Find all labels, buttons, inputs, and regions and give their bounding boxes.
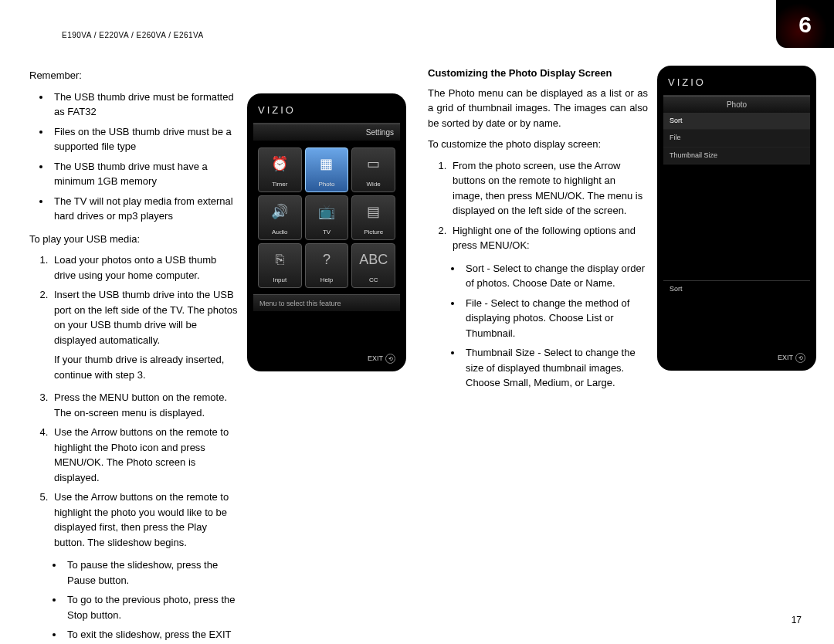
tile-label: Picture xyxy=(364,228,383,237)
remember-item: Files on the USB thumb drive must be a s… xyxy=(51,124,238,154)
tile-label: Audio xyxy=(272,228,287,237)
chapter-tab: 6 xyxy=(776,0,834,48)
tile-input: ⎘Input xyxy=(258,243,302,288)
device-title: Photo xyxy=(663,96,810,113)
remember-item: The TV will not play media from external… xyxy=(51,194,238,224)
photo-menu-list: Sort File Thumbnail Size xyxy=(663,113,810,165)
tv-icon: 📺 xyxy=(318,196,335,228)
remember-list: The USB thumb drive must be formatted as… xyxy=(29,90,238,224)
tip: To pause the slideshow, press the Pause … xyxy=(64,558,238,588)
device-brand: VIZIO xyxy=(253,101,400,124)
tile-tv: 📺TV xyxy=(305,195,349,240)
tile-label: Timer xyxy=(272,180,287,189)
menu-row-file: File xyxy=(663,130,810,147)
option: File - Select to change the method of di… xyxy=(463,296,648,341)
tile-cc: ABCCC xyxy=(351,243,395,288)
exit-label: EXIT⟲ xyxy=(368,354,395,364)
hint-bar: Menu to select this feature xyxy=(253,294,400,311)
cc-icon: ABC xyxy=(359,244,388,276)
remember-item: The USB thumb drive must have a minimum … xyxy=(51,159,238,189)
tile-audio: 🔊Audio xyxy=(258,195,302,240)
timer-icon: ⏰ xyxy=(271,148,288,180)
picture-icon: ▤ xyxy=(367,196,380,228)
settings-screen-mockup: VIZIO Settings ⏰Timer▦Photo▭Wide🔊Audio📺T… xyxy=(247,93,406,371)
tile-help: ?Help xyxy=(305,243,349,288)
photo-icon: ▦ xyxy=(320,148,333,180)
step: Load your photos onto a USB thumb drive … xyxy=(51,253,238,283)
header-model: E190VA / E220VA / E260VA / E261VA xyxy=(62,29,204,41)
play-intro: To play your USB media: xyxy=(29,232,238,247)
tile-picture: ▤Picture xyxy=(351,195,395,240)
photo-menu-mockup: VIZIO Photo Sort File Thumbnail Size Sor… xyxy=(657,66,816,371)
device-brand: VIZIO xyxy=(663,73,810,96)
section-title: Customizing the Photo Display Screen xyxy=(428,66,648,81)
tip: To go to the previous photo, press the S… xyxy=(64,592,238,622)
remember-label: Remember: xyxy=(29,68,238,83)
input-icon: ⎘ xyxy=(276,244,284,276)
slideshow-tips: To pause the slideshow, press the Pause … xyxy=(29,558,238,644)
customize-intro: To customize the photo display screen: xyxy=(428,137,648,152)
step: Press the MENU button on the remote. The… xyxy=(51,390,238,420)
option: Sort - Select to change the display orde… xyxy=(463,261,648,291)
exit-icon: ⟲ xyxy=(795,353,805,363)
step-extra: If your thumb drive is already inserted,… xyxy=(54,352,238,382)
audio-icon: 🔊 xyxy=(271,196,288,228)
device-title: Settings xyxy=(253,124,400,141)
wide-icon: ▭ xyxy=(367,148,380,180)
menu-row-thumbnail-size: Thumbnail Size xyxy=(663,147,810,165)
exit-icon: ⟲ xyxy=(385,354,395,364)
tile-label: CC xyxy=(369,276,378,285)
menu-footer: Sort xyxy=(663,280,810,298)
tip: To exit the slideshow, press the EXIT bu… xyxy=(64,627,238,644)
step: Insert the USB thumb drive into the USB … xyxy=(51,287,238,382)
step: Use the Arrow buttons on the remote to h… xyxy=(51,490,238,550)
tile-label: Input xyxy=(273,276,286,285)
options-list: Sort - Select to change the display orde… xyxy=(428,261,648,391)
tile-label: TV xyxy=(323,228,331,237)
help-icon: ? xyxy=(323,244,331,276)
exit-label: EXIT⟲ xyxy=(778,353,805,364)
step: Highlight one of the following options a… xyxy=(449,223,648,253)
tile-label: Wide xyxy=(367,180,381,189)
tile-label: Help xyxy=(320,276,333,285)
section-intro: The Photo menu can be displayed as a lis… xyxy=(428,86,648,131)
tile-timer: ⏰Timer xyxy=(258,147,302,192)
tile-label: Photo xyxy=(319,180,335,189)
option: Thumbnail Size - Select to change the si… xyxy=(463,345,648,391)
tile-photo: ▦Photo xyxy=(305,147,349,192)
remember-item: The USB thumb drive must be formatted as… xyxy=(51,90,238,120)
tile-wide: ▭Wide xyxy=(351,147,395,192)
page-number: 17 xyxy=(792,613,802,627)
step: Use the Arrow buttons on the remote to h… xyxy=(51,425,238,485)
settings-grid: ⏰Timer▦Photo▭Wide🔊Audio📺TV▤Picture⎘Input… xyxy=(253,141,400,294)
customize-steps: From the photo screen, use the Arrow but… xyxy=(428,158,648,253)
play-steps: Load your photos onto a USB thumb drive … xyxy=(29,253,238,550)
step: From the photo screen, use the Arrow but… xyxy=(449,158,648,219)
menu-row-sort: Sort xyxy=(663,113,810,130)
